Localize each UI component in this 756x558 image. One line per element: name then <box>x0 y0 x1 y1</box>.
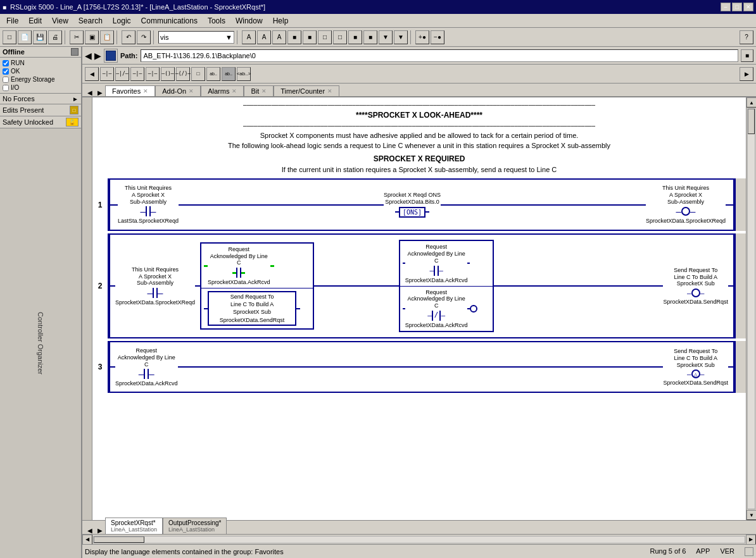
lad-contact2[interactable]: ―|/― <box>115 67 129 81</box>
maximize-button[interactable]: □ <box>732 3 742 11</box>
hscroll-thumb[interactable] <box>94 536 144 543</box>
nav-left[interactable]: ◀ <box>85 51 92 61</box>
tb-btn-d[interactable]: ■ <box>287 30 301 44</box>
io-checkbox[interactable] <box>3 85 9 91</box>
branch-2: RequestAcknowledged By LineC SprocketXDa… <box>200 242 314 330</box>
scroll-up-btn[interactable]: ▲ <box>747 97 756 108</box>
zoom-in-button[interactable]: +● <box>415 30 429 44</box>
nav-prev-tab[interactable]: ◀ <box>85 89 95 96</box>
coil-addr-2: SprocketXData.SendRqst <box>663 299 728 305</box>
forces-arrow[interactable]: ► <box>72 96 79 102</box>
menu-help[interactable]: Help <box>268 15 294 27</box>
hscroll-right-btn[interactable]: ▶ <box>746 535 756 545</box>
tb-btn-b[interactable]: A <box>257 30 271 44</box>
offline-section: Offline <box>0 47 81 58</box>
coil-addr-3: SprocketXData.SendRqst <box>663 380 728 386</box>
c2bb-sym: ―/― <box>427 311 445 321</box>
tab-outputprocessing[interactable]: OutputProcessing* LineA_LastStation <box>163 518 227 534</box>
lad-text[interactable]: ab.. <box>206 67 220 81</box>
vertical-scrollbar[interactable]: ▲ ▼ <box>746 97 756 520</box>
undo-button[interactable]: ↶ <box>122 30 135 44</box>
hscroll-left-btn[interactable]: ◀ <box>82 535 92 545</box>
scroll-down-btn[interactable]: ▼ <box>747 510 756 520</box>
lad-text2[interactable]: ab.. <box>222 67 236 81</box>
lad-coil1[interactable]: ―()― <box>161 67 175 81</box>
c2bt-sym: ―― <box>430 266 443 276</box>
subcomment2: The following look-ahead logic sends a r… <box>105 142 733 149</box>
zoom-out-button[interactable]: −● <box>431 30 444 44</box>
cut-button[interactable]: ✂ <box>70 30 84 44</box>
tb-btn-k[interactable]: ▼ <box>394 30 408 44</box>
nav-next-tab[interactable]: ▶ <box>95 89 105 96</box>
nav-right[interactable]: ▶ <box>94 51 101 61</box>
wire-3c <box>728 366 733 368</box>
minimize-button[interactable]: – <box>721 3 731 11</box>
menu-view[interactable]: View <box>47 15 73 27</box>
tab-addon[interactable]: Add-On ✕ <box>155 85 201 96</box>
redo-button[interactable]: ↷ <box>137 30 151 44</box>
contact-label-2-1: This Unit RequiresA Sprocket XSub-Assemb… <box>132 266 179 287</box>
energy-checkbox[interactable] <box>3 77 9 83</box>
lad-box1[interactable]: □ <box>191 67 205 81</box>
lad-right[interactable]: ▶ <box>740 67 753 81</box>
copy-button[interactable]: ▣ <box>85 30 99 44</box>
tab-timer-counter[interactable]: Timer/Counter ✕ <box>274 85 339 96</box>
rung-content-2: This Unit RequiresA Sprocket XSub-Assemb… <box>110 233 733 338</box>
view-dropdown[interactable]: vis ▼ <box>158 31 234 44</box>
tb-btn-i[interactable]: ■ <box>363 30 377 44</box>
tb-btn-f[interactable]: □ <box>318 30 332 44</box>
lad-angle[interactable]: <ab..> <box>237 67 251 81</box>
new-button[interactable]: □ <box>3 30 16 44</box>
lad-contact3[interactable]: ―|― <box>130 67 144 81</box>
rung-number-3: 3 <box>92 341 108 393</box>
path-input[interactable]: AB_ETH-1\136.129.6.1\Backplane\0 <box>141 49 739 62</box>
horizontal-scrollbar[interactable]: ◀ ▶ <box>82 534 756 544</box>
browse-button[interactable]: ■ <box>741 49 753 62</box>
rung-content-1: This Unit RequiresA Sprocket XSub-Assemb… <box>110 178 733 231</box>
run-checkbox[interactable] <box>3 60 9 66</box>
help-btn[interactable]: ? <box>740 30 753 44</box>
tb-btn-e[interactable]: ■ <box>303 30 317 44</box>
lad-contact1[interactable]: ―|― <box>100 67 114 81</box>
lad-coil2[interactable]: ―(/)― <box>176 67 190 81</box>
bottom-nav-left[interactable]: ◀ <box>85 527 95 534</box>
controller-organizer: Controller Organizer <box>0 128 81 558</box>
paste-button[interactable]: 📋 <box>100 30 114 44</box>
contact-sym-1: ―― <box>141 206 156 216</box>
tb-btn-a[interactable]: A <box>242 30 256 44</box>
bottom-nav-right[interactable]: ▶ <box>95 527 105 534</box>
tab-sprocketxrqst[interactable]: SprocketXRqst* LineA_LastStation <box>105 518 163 534</box>
save-button[interactable]: 💾 <box>33 30 47 44</box>
open-button[interactable]: 📄 <box>18 30 32 44</box>
tab-favorites[interactable]: Favorites ✕ <box>105 85 155 96</box>
menu-file[interactable]: File <box>1 15 23 27</box>
ladder-canvas[interactable]: ––––––––––––––––––––––––––––––––––––––––… <box>92 97 746 520</box>
tb-btn-j[interactable]: ▼ <box>379 30 393 44</box>
if-comment: If the current unit in station requires … <box>105 166 733 173</box>
tb-btn-g[interactable]: □ <box>333 30 347 44</box>
menu-tools[interactable]: Tools <box>203 15 230 27</box>
menu-window[interactable]: Window <box>230 15 268 27</box>
close-button[interactable]: ✕ <box>743 3 753 11</box>
coil-label-3: Send Request ToLine C To Build ASprocket… <box>674 348 717 368</box>
tab-alarms[interactable]: Alarms ✕ <box>201 85 244 96</box>
contact-2-1: This Unit RequiresA Sprocket XSub-Assemb… <box>115 266 195 306</box>
lad-contact4[interactable]: ―|― <box>146 67 160 81</box>
tab-bar: ◀ ▶ Favorites ✕ Add-On ✕ Alarms ✕ Bit ✕ … <box>82 84 756 97</box>
main-body: Offline RUN OK Energy Storage I/O <box>0 47 756 558</box>
print-button[interactable]: 🖨 <box>48 30 62 44</box>
lad-left[interactable]: ◀ <box>85 67 99 81</box>
tb-btn-h[interactable]: ■ <box>348 30 362 44</box>
forces-label: No Forces <box>3 95 35 102</box>
wire-3b <box>178 366 664 368</box>
tab-bit[interactable]: Bit ✕ <box>244 85 274 96</box>
ok-checkbox[interactable] <box>3 68 9 75</box>
tb-btn-c[interactable]: A <box>272 30 286 44</box>
contact-sym-3: ―― <box>139 369 154 379</box>
contact-3: RequestAcknowledged By LineC ―― Sprocket… <box>115 347 178 387</box>
scroll-thumb[interactable] <box>748 109 755 134</box>
menu-communications[interactable]: Communications <box>136 15 203 27</box>
menu-edit[interactable]: Edit <box>23 15 47 27</box>
menu-search[interactable]: Search <box>73 15 108 27</box>
menu-logic[interactable]: Logic <box>108 15 136 27</box>
